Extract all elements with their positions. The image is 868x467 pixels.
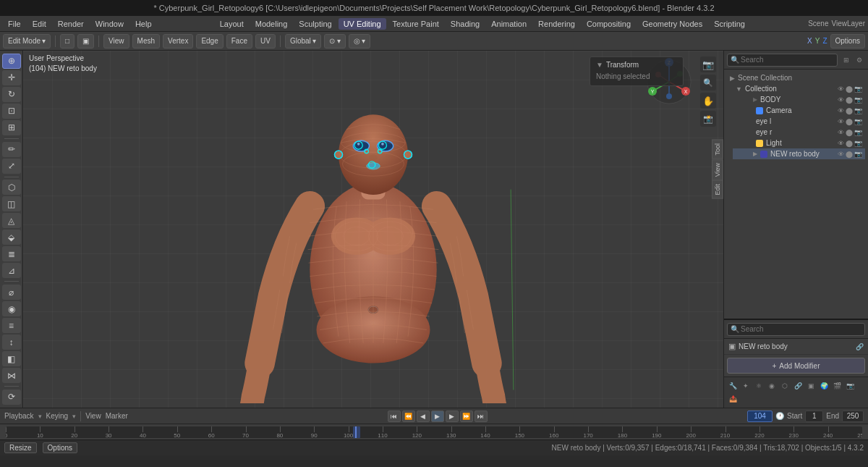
prev-keyframe-btn[interactable]: ⏪ (402, 411, 415, 422)
workspace-modeling[interactable]: Modeling (250, 18, 293, 30)
props-search-input[interactable] (741, 325, 861, 333)
retobody-vis-icon[interactable]: 👁 (838, 151, 844, 158)
prop-icon-constraints[interactable]: 🔗 (792, 380, 804, 392)
edge-menu[interactable]: Edge (196, 34, 223, 49)
retobody-vp-icon[interactable]: ⬤ (846, 151, 853, 158)
settings-icon[interactable]: ⚙ (854, 54, 865, 66)
menu-window[interactable]: Window (90, 18, 129, 30)
body-vis-icon[interactable]: 👁 (838, 96, 844, 104)
playback-label[interactable]: Playback (4, 412, 34, 420)
tool-move[interactable]: ✛ (2, 70, 21, 85)
tool-cursor[interactable]: ⊕ (2, 54, 21, 69)
zoom-btn[interactable]: 🔍 (700, 75, 716, 91)
scene-search-input[interactable] (741, 56, 834, 64)
tool-spin[interactable]: ⟳ (2, 390, 21, 405)
end-frame-input[interactable] (842, 411, 864, 422)
workspace-layout[interactable]: Layout (215, 18, 249, 30)
menu-help[interactable]: Help (130, 18, 157, 30)
tool-offset[interactable]: ≣ (2, 246, 21, 261)
tool-transform[interactable]: ⊞ (2, 120, 21, 135)
mesh-type-btn[interactable]: ▣ (77, 34, 94, 49)
tool-rotate[interactable]: ↻ (2, 87, 21, 102)
menu-render[interactable]: Render (53, 18, 89, 30)
snap-btn[interactable]: ⊙ ▾ (324, 34, 346, 49)
prop-icon-modifier[interactable]: 🔧 (727, 380, 739, 392)
playback-dropdown[interactable]: ▾ (38, 413, 42, 420)
light-vis-icon[interactable]: 👁 (838, 140, 844, 147)
eyeright-render-icon[interactable]: 📷 (854, 129, 862, 136)
step-back-btn[interactable]: ◀ (417, 411, 430, 422)
view-menu[interactable]: View (103, 34, 129, 49)
play-btn[interactable]: ▶ (431, 411, 444, 422)
workspace-animation[interactable]: Animation (486, 18, 532, 30)
options-btn[interactable]: Options (830, 34, 865, 49)
next-keyframe-btn[interactable]: ⏩ (460, 411, 473, 422)
keying-dropdown[interactable]: ▾ (72, 413, 76, 420)
camera-view-btn[interactable]: 📷 (700, 56, 716, 72)
eyeleft-vis-icon[interactable]: 👁 (838, 118, 844, 125)
tool-scale[interactable]: ⊡ (2, 104, 21, 119)
tool-measure[interactable]: ⤢ (2, 159, 21, 174)
start-frame-input[interactable] (805, 411, 823, 422)
scene-item-retobody[interactable]: ▶ NEW reto body 👁 ⬤ 📷 (733, 148, 865, 159)
select-box-btn[interactable]: □ (60, 34, 75, 49)
scene-item-body[interactable]: ▶ BODY 👁 ⬤ 📷 (733, 94, 865, 105)
timeline-track-bar[interactable]: 0102030405060708090100110120130140150160… (0, 424, 868, 439)
tool-bevel[interactable]: ◬ (2, 213, 21, 228)
pan-btn[interactable]: ✋ (700, 93, 716, 109)
workspace-geometry-nodes[interactable]: Geometry Nodes (637, 18, 707, 30)
menu-edit[interactable]: Edit (27, 18, 51, 30)
prop-icon-object[interactable]: ◉ (766, 380, 778, 392)
scene-item-light[interactable]: Light 👁 ⬤ 📷 (733, 138, 865, 148)
scene-item-eyeleft[interactable]: eye l 👁 ⬤ 📷 (733, 116, 865, 127)
camera-vp-icon[interactable]: ⬤ (846, 107, 853, 114)
vertex-menu[interactable]: Vertex (163, 34, 193, 49)
camera-render-icon[interactable]: 📷 (854, 107, 862, 114)
global-selector[interactable]: Global ▾ (285, 34, 321, 49)
workspace-sculpting[interactable]: Sculpting (294, 18, 336, 30)
workspace-uv-editing[interactable]: UV Editing (339, 18, 386, 30)
camera-vis-icon[interactable]: 👁 (838, 107, 844, 114)
scene-collection-header[interactable]: ▶ Scene Collection (727, 72, 865, 83)
tool-knife[interactable]: ⊿ (2, 263, 21, 278)
workspace-shading[interactable]: Shading (446, 18, 485, 30)
tool-push-pull[interactable]: ↕ (2, 335, 21, 350)
visibility-icon[interactable]: 👁 (838, 85, 844, 93)
passepartout-btn[interactable]: 📸 (700, 111, 716, 127)
tool-annotate[interactable]: ✏ (2, 142, 21, 157)
body-render-icon[interactable]: 📷 (854, 96, 862, 104)
step-fwd-btn[interactable]: ▶ (446, 411, 459, 422)
props-search-container[interactable]: 🔍 (727, 323, 865, 336)
prop-icon-material[interactable]: ⬡ (779, 380, 791, 392)
eyeright-vp-icon[interactable]: ⬤ (846, 129, 853, 136)
viewport[interactable]: User Perspective (104) NEW reto body Z X… (23, 51, 723, 408)
side-tab-tool[interactable]: Tool (712, 140, 723, 159)
workspace-texture-paint[interactable]: Texture Paint (388, 18, 444, 30)
tool-slide-relax[interactable]: ≡ (2, 318, 21, 333)
side-tab-edit[interactable]: Edit (712, 180, 723, 199)
render-icon[interactable]: 📷 (854, 85, 862, 93)
prop-icon-data[interactable]: ▣ (805, 380, 817, 392)
side-tab-view[interactable]: View (712, 159, 723, 180)
resize-button[interactable]: Resize (4, 442, 37, 453)
light-vp-icon[interactable]: ⬤ (846, 140, 853, 147)
tool-loop-cut[interactable]: ⬙ (2, 230, 21, 245)
jump-start-btn[interactable]: ⏮ (388, 411, 401, 422)
add-modifier-button[interactable]: + Add Modifier (727, 358, 865, 374)
tool-randomize[interactable]: ◉ (2, 301, 21, 316)
tl-view-label[interactable]: View (85, 412, 101, 420)
tool-vertex-slide[interactable]: ⋈ (2, 368, 21, 383)
tool-extrude[interactable]: ⬡ (2, 180, 21, 195)
workspace-rendering[interactable]: Rendering (533, 18, 580, 30)
tool-shear[interactable]: ◧ (2, 351, 21, 366)
tl-marker-label[interactable]: Marker (106, 412, 128, 420)
eyeright-vis-icon[interactable]: 👁 (838, 129, 844, 136)
link-icon[interactable]: 🔗 (856, 343, 864, 350)
workspace-scripting[interactable]: Scripting (709, 18, 750, 30)
collection-item[interactable]: ▼ Collection 👁 ⬤ 📷 (733, 83, 865, 94)
search-container[interactable]: 🔍 (727, 54, 838, 67)
eyeleft-render-icon[interactable]: 📷 (854, 118, 862, 125)
menu-file[interactable]: File (3, 18, 26, 30)
face-menu[interactable]: Face (226, 34, 252, 49)
retobody-render-icon[interactable]: 📷 (854, 151, 862, 158)
